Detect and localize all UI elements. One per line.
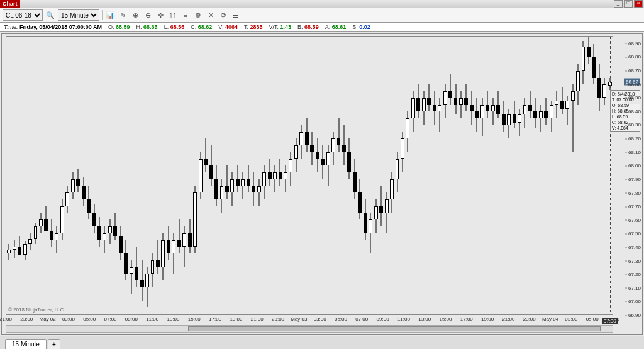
chart-trader-icon[interactable]: ✕ [206,10,216,20]
horizontal-scrollbar[interactable] [6,325,613,333]
candle [119,37,123,314]
candle [513,37,516,314]
candle [188,37,192,314]
plot-region[interactable]: 68.4868.6207:00D: 5/4/2018T: 07:00:00O: … [6,36,613,315]
strategies-icon[interactable]: ⚙ [193,10,203,20]
refresh-icon[interactable]: ⟳ [218,10,228,20]
candle [597,37,601,314]
candle [438,37,441,314]
candle [347,37,351,314]
candle [582,37,586,314]
properties-icon[interactable]: ☰ [231,10,241,20]
candle [257,37,261,314]
candle [220,37,224,314]
candle [502,37,506,314]
candle [401,37,404,314]
x-tick: 15:00 [188,316,201,322]
candle [433,37,436,314]
minimize-button[interactable]: _ [614,0,623,8]
candle [50,37,53,314]
x-tick: 15:00 [440,316,452,322]
candle [103,37,106,314]
maximize-button[interactable]: □ [624,0,633,8]
x-tick: 03:00 [314,316,326,322]
candle [475,37,479,314]
y-axis[interactable]: 66.9067.0067.1067.2067.3067.4067.5067.60… [614,36,642,315]
candle [576,37,580,314]
bid-value: 68.59 [304,24,319,30]
y-tick: 67.60 [628,217,641,223]
spread-value: 0.02 [359,24,370,30]
candle [294,37,298,314]
x-tick: 13:00 [418,316,431,322]
candle [523,37,527,314]
candle [193,37,197,314]
zoom-out-icon[interactable]: ⊖ [143,10,153,20]
chart-area[interactable]: 68.4868.6207:00D: 5/4/2018T: 07:00:00O: … [1,33,643,335]
y-tick: 67.00 [628,299,641,304]
candle [544,37,548,314]
y-tick: 67.30 [628,258,641,263]
candle [279,37,282,314]
candle [76,37,80,314]
candle [305,37,309,314]
info-bar: Time: Friday, 05/04/2018 07:00:00 AM O: … [0,23,644,32]
time-label: Time: [4,24,18,30]
x-axis[interactable]: 21:0023:00May 0203:0005:0007:0009:0011:0… [6,316,613,325]
zoom-in-icon[interactable]: ⊕ [130,10,140,20]
candle [135,37,138,314]
drawing-tools-icon[interactable]: ✎ [118,10,128,20]
candle [247,37,250,314]
candle [470,37,474,314]
tab-bar: 15 Minute + [0,336,644,349]
chart-style-icon[interactable]: 📊 [105,10,115,20]
x-tick: 21:00 [502,316,514,322]
x-tick: 07:00 [607,316,619,322]
x-tick: 21:00 [251,316,264,322]
candle [555,37,558,314]
candle [55,37,58,314]
toolbar: CL 06-18 🔍 15 Minute 📊 ✎ ⊕ ⊖ ✛ ⫿⫿ ≡ ⚙ ✕ … [0,8,644,23]
data-series-icon[interactable]: ⫿⫿ [168,10,178,20]
candle [411,37,415,314]
reference-price-line [6,101,613,101]
candle [124,37,128,314]
candle [262,37,266,314]
interval-tab[interactable]: 15 Minute [5,339,47,349]
x-tick: 03:00 [62,316,75,322]
candle [480,37,484,314]
y-tick: 67.80 [628,190,641,196]
candle [316,37,319,314]
x-tick: 05:00 [335,316,347,322]
candle [145,37,149,314]
candle [108,37,112,314]
x-tick: 09:00 [125,316,138,322]
candle [273,37,277,314]
candle [342,37,346,314]
candle [491,37,495,314]
candle [416,37,420,314]
candle [602,37,606,314]
x-tick: 07:00 [104,316,117,322]
candle [92,37,96,314]
candle [364,37,367,314]
candle [496,37,500,314]
candle [161,37,165,314]
indicators-icon[interactable]: ≡ [180,10,191,20]
close-button[interactable]: × [634,0,643,8]
crosshair-icon[interactable]: ✛ [155,10,165,20]
candle [406,37,409,314]
y-tick: 68.90 [628,40,641,46]
candle [34,37,38,314]
y-tick: 68.00 [628,163,641,169]
search-icon[interactable]: 🔍 [45,10,55,20]
candle [209,37,213,314]
x-tick: May 03 [291,316,307,322]
add-tab-button[interactable]: + [48,339,60,349]
x-tick: 23:00 [272,316,284,322]
interval-select[interactable]: 15 Minute [58,9,99,21]
y-tick: 67.50 [628,231,641,236]
instrument-select[interactable]: CL 06-18 [3,9,43,21]
candle [44,37,48,314]
y-tick: 67.40 [628,244,641,250]
